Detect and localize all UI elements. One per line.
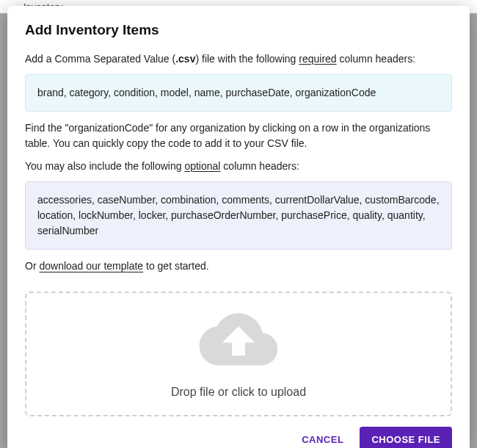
file-dropzone[interactable]: Drop file or click to upload — [25, 292, 452, 416]
dropzone-label: Drop file or click to upload — [171, 386, 306, 399]
csv-extension-text: .csv — [175, 53, 195, 65]
modal-title: Add Inventory Items — [25, 22, 452, 38]
optional-headers-box: accessories, caseNumber, combination, co… — [25, 181, 452, 250]
template-suffix: to get started. — [143, 260, 209, 272]
optional-intro-prefix: You may also include the following — [25, 160, 184, 172]
intro-text-prefix: Add a Comma Separated Value ( — [25, 53, 175, 65]
template-prefix: Or — [25, 260, 39, 272]
optional-headers-list: accessories, caseNumber, combination, co… — [37, 194, 440, 236]
optional-word: optional — [184, 160, 220, 172]
template-line: Or download our template to get started. — [25, 259, 452, 274]
download-template-link[interactable]: download our template — [39, 260, 143, 272]
intro-text-mid: ) file with the following — [195, 53, 299, 65]
required-headers-box: brand, category, condition, model, name,… — [25, 74, 452, 112]
upload-cloud-icon — [198, 310, 279, 371]
optional-intro-suffix: column headers: — [220, 160, 299, 172]
optional-intro-text: You may also include the following optio… — [25, 159, 452, 174]
add-inventory-items-modal: Add Inventory Items Add a Comma Separate… — [7, 6, 470, 448]
cancel-button[interactable]: CANCEL — [299, 428, 346, 448]
org-code-help-text: Find the "organizationCode" for any orga… — [25, 120, 452, 151]
required-headers-list: brand, category, condition, model, name,… — [37, 87, 376, 98]
intro-text-suffix: column headers: — [337, 53, 415, 65]
modal-footer: CANCEL CHOOSE FILE — [25, 416, 452, 448]
choose-file-button[interactable]: CHOOSE FILE — [360, 427, 452, 448]
intro-text: Add a Comma Separated Value (.csv) file … — [25, 51, 452, 67]
required-word: required — [299, 53, 336, 65]
